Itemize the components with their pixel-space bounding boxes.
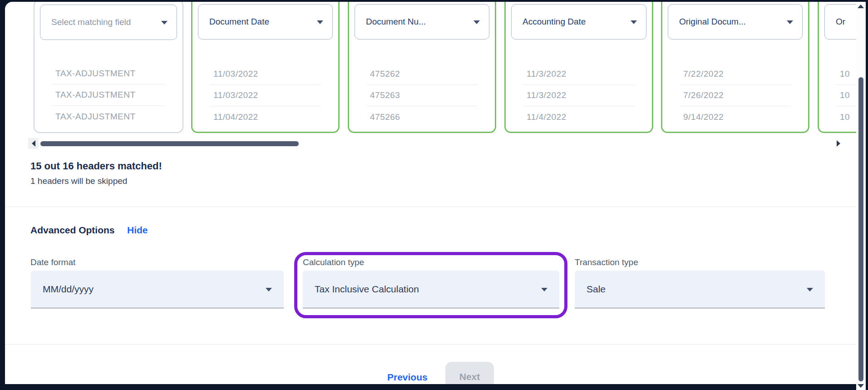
transaction-type-value: Sale [587,284,606,295]
sample-values: 10 10 10 [836,64,856,128]
hide-advanced-options-link[interactable]: Hide [127,225,148,236]
mapping-card: Document Date 11/03/2022 11/03/2022 11/0… [191,2,340,133]
sample-value: 11/3/2022 [523,64,635,85]
previous-button[interactable]: Previous [387,372,428,383]
sample-value: 10 [836,85,856,106]
dropdown-label: Document Date [209,17,269,27]
date-format-select[interactable]: MM/dd/yyyy [31,271,284,308]
matching-field-dropdown[interactable]: Select matching field [40,5,177,40]
chevron-down-icon [787,20,793,24]
sample-value: 11/3/2022 [523,85,635,106]
sample-values: TAX-ADJUSTMENT TAX-ADJUSTMENT TAX-ADJUST… [52,63,165,127]
matching-field-dropdown[interactable]: Document Nu... [355,4,489,39]
sample-value: TAX-ADJUSTMENT [52,63,165,84]
scroll-down-arrow-icon[interactable] [858,384,864,388]
chevron-down-icon [266,288,272,291]
mapping-card: Original Docum... 7/22/2022 7/26/2022 9/… [661,2,809,133]
sample-value: 7/22/2022 [680,64,791,85]
chevron-down-icon [807,288,813,291]
sample-value: 11/03/2022 [210,85,321,106]
matching-field-dropdown[interactable]: Document Date [198,4,333,39]
mapping-card: Accounting Date 11/3/2022 11/3/2022 11/4… [504,2,653,133]
mapping-card: Or 10 10 10 [818,2,856,133]
scroll-right-arrow[interactable] [833,138,843,149]
scroll-up-arrow-icon[interactable] [858,5,864,8]
horizontal-scrollbar[interactable] [28,138,843,149]
sample-value: 475263 [366,85,478,106]
sample-values: 475262 475263 475266 [366,64,478,128]
sample-value: 10 [836,106,856,128]
arrow-left-icon [32,140,35,147]
dropdown-label: Or [836,17,845,27]
calculation-type-value: Tax Inclusive Calculation [315,284,419,295]
sample-value: 11/04/2022 [210,106,321,128]
sample-value: TAX-ADJUSTMENT [52,106,165,127]
chevron-down-icon [631,20,637,24]
matching-field-dropdown[interactable]: Or [824,4,856,39]
vertical-scrollbar-thumb[interactable] [858,77,863,381]
sample-value: 11/4/2022 [523,106,635,128]
transaction-type-label: Transaction type [575,257,638,267]
next-button[interactable]: Next [445,362,494,384]
scroll-left-arrow[interactable] [28,138,39,149]
mapping-card: Document Nu... 475262 475263 475266 [348,2,496,133]
chevron-down-icon [161,21,168,25]
sample-values: 11/3/2022 11/3/2022 11/4/2022 [523,64,635,128]
divider [5,344,856,345]
sample-value: 475262 [366,64,478,85]
calculation-type-select[interactable]: Tax Inclusive Calculation [303,271,559,308]
divider [5,207,856,207]
chevron-down-icon [541,288,547,291]
chevron-down-icon [473,20,480,24]
matching-field-dropdown[interactable]: Original Docum... [668,4,803,39]
sample-value: 11/03/2022 [210,64,321,85]
arrow-right-icon [837,140,840,147]
date-format-label: Date format [30,257,75,267]
matching-field-dropdown[interactable]: Accounting Date [511,4,646,39]
chevron-down-icon [317,20,323,24]
calculation-type-label: Calculation type [303,257,364,267]
horizontal-scrollbar-thumb[interactable] [40,141,299,146]
import-mapping-panel: Select matching field TAX-ADJUSTMENT TAX… [5,2,856,384]
sample-value: 9/14/2022 [680,106,791,128]
transaction-type-select[interactable]: Sale [575,271,825,308]
dropdown-label: Document Nu... [366,17,426,27]
vertical-scrollbar[interactable] [856,2,866,390]
dropdown-label: Accounting Date [523,17,586,27]
sample-values: 11/03/2022 11/03/2022 11/04/2022 [210,64,321,128]
sample-value: 7/26/2022 [680,85,791,106]
sample-value: 10 [836,64,856,85]
date-format-value: MM/dd/yyyy [43,284,94,295]
mapping-card: Select matching field TAX-ADJUSTMENT TAX… [34,2,183,133]
sample-values: 7/22/2022 7/26/2022 9/14/2022 [680,64,791,128]
sample-value: TAX-ADJUSTMENT [52,84,165,106]
advanced-options-title: Advanced Options [30,225,115,236]
sample-value: 475266 [366,106,478,128]
dropdown-label: Original Docum... [679,17,746,27]
dropdown-label: Select matching field [51,17,131,27]
headers-matched-status: 15 out 16 headers matched! [30,160,162,172]
headers-skipped-status: 1 headers will be skipped [30,176,127,186]
